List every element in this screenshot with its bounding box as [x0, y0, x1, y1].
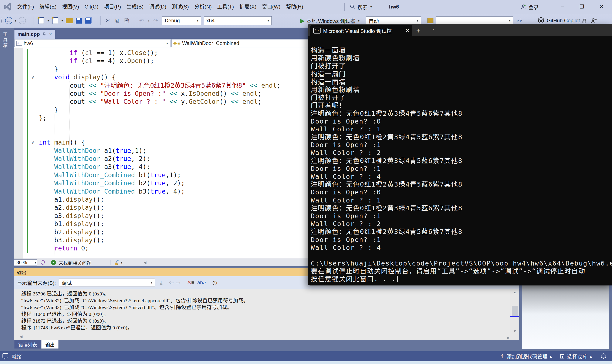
find-in-files-icon[interactable]	[427, 17, 434, 25]
terminal-body[interactable]: 构造一面墙用新颜色粉刷墙门被打开了构造一扇门构造一面墙用新颜色粉刷墙门被打开了门…	[308, 36, 612, 286]
menu-item[interactable]: 文件(F)	[14, 0, 37, 13]
output-vertical-scrollbar[interactable]: ▲ ▼	[510, 289, 519, 340]
tab-output[interactable]: 输出	[42, 340, 58, 349]
code-line: }	[39, 106, 280, 114]
chevron-down-icon[interactable]: ▼	[357, 19, 360, 22]
new-project-icon[interactable]: ✶	[37, 17, 45, 25]
tab-dropdown-icon[interactable]: ˅	[429, 26, 438, 35]
code-line: if (cl == 1) x.Close();	[39, 49, 280, 57]
close-terminal-tab-icon[interactable]: ✕	[406, 28, 409, 33]
project-dropdown[interactable]: +± hw6 ▼	[14, 39, 170, 47]
new-tab-icon[interactable]: +	[414, 26, 423, 35]
output-hscroll-left-icon[interactable]: ◀	[20, 334, 23, 339]
scroll-up-icon[interactable]: ▲	[510, 290, 519, 294]
tab-main-cpp[interactable]: main.cpp ✕	[14, 30, 55, 39]
menu-item[interactable]: 工具(T)	[214, 0, 237, 13]
output-source-dropdown[interactable]: 调试▼	[59, 278, 155, 287]
tab-error-list[interactable]: 错误列表	[14, 340, 41, 349]
menu-item[interactable]: 窗口(W)	[259, 0, 283, 13]
console-line: 用新颜色粉刷墙	[311, 86, 612, 94]
minimize-button[interactable]: ─	[556, 0, 569, 13]
search-control[interactable]: 搜索 ▼	[350, 0, 373, 13]
chevron-down-icon[interactable]: ▼	[147, 19, 150, 22]
copilot-label[interactable]: GitHub Copilot	[547, 18, 580, 24]
prev-message-icon[interactable]: ⇦	[169, 279, 174, 286]
breakpoint-gutter[interactable]	[14, 48, 23, 259]
add-to-source-control-button[interactable]: ↑ 添加到源代码管理 ▲	[500, 352, 552, 360]
scrollbar-thumb[interactable]	[512, 306, 518, 316]
console-line: 构造一面墙	[311, 46, 612, 54]
sign-in-button[interactable]: 登录	[520, 0, 539, 13]
health-status[interactable]: 未找到相关问题	[59, 259, 91, 266]
share-icon[interactable]	[582, 17, 588, 24]
chevron-down-icon[interactable]: ▼	[14, 19, 17, 22]
output-hscroll-right-icon[interactable]: ▶	[507, 335, 510, 340]
menu-item[interactable]: 分析(N)	[192, 0, 214, 13]
console-line: Wall Color ? : 2	[311, 220, 612, 228]
fold-collapse-icon[interactable]: ∨	[30, 75, 35, 80]
search-dropdown[interactable]: ▼	[436, 16, 513, 25]
visual-studio-window: 文件(F)编辑(E)视图(V)Git(G)项目(P)生成(B)调试(D)测试(S…	[0, 0, 612, 364]
start-without-debugging-icon[interactable]: ▷	[343, 17, 348, 25]
menu-item[interactable]: Git(G)	[82, 0, 101, 13]
pin-icon[interactable]	[42, 32, 46, 36]
menu-item[interactable]: 编辑(E)	[37, 0, 59, 13]
output-source-label: 显示输出来源(S):	[17, 279, 56, 286]
hot-reload-profile-dropdown[interactable]: 自动▼	[366, 16, 421, 25]
toolbar-options-icon[interactable]: ⠗⠗	[516, 18, 522, 23]
toolbar-drag-handle-icon[interactable]	[1, 17, 3, 24]
select-repository-button[interactable]: 选择仓库 ▲	[559, 352, 592, 360]
jump-to-end-icon[interactable]: ⤓	[160, 279, 163, 286]
chevron-down-icon: ▼	[166, 42, 168, 45]
menu-item[interactable]: 调试(D)	[146, 0, 169, 13]
redo-icon[interactable]: ↷	[152, 17, 159, 25]
undo-icon[interactable]: ↶	[138, 17, 145, 25]
chevron-down-icon[interactable]: ▼	[47, 19, 50, 22]
hscroll-left-icon[interactable]: ◀	[143, 260, 146, 265]
timestamp-icon[interactable]: ◷	[212, 279, 217, 286]
code-cleanup-broom-icon[interactable]: ✦	[114, 260, 120, 265]
close-button[interactable]: ✕	[595, 0, 608, 13]
terminal-tab[interactable]: C:\ Microsoft Visual Studio 调试控 ✕	[310, 25, 412, 36]
menu-item[interactable]: 扩展(X)	[236, 0, 259, 13]
zoom-dropdown[interactable]: 86 %▼	[14, 259, 37, 266]
new-file-icon[interactable]: ✶	[51, 17, 59, 25]
feedback-icon[interactable]	[40, 260, 45, 265]
copy-icon[interactable]: ⧉	[113, 17, 121, 25]
output-title: 输出	[17, 269, 26, 275]
open-folder-icon[interactable]	[66, 17, 73, 25]
scroll-down-icon[interactable]: ▼	[510, 329, 519, 333]
next-message-icon[interactable]: ⇨	[176, 279, 181, 286]
close-tab-icon[interactable]: ✕	[49, 32, 52, 37]
menu-item[interactable]: 生成(B)	[124, 0, 146, 13]
maximize-button[interactable]: ❐	[576, 0, 588, 13]
bell-icon[interactable]	[600, 353, 606, 360]
console-line: Door is Open? :1	[311, 165, 612, 172]
clear-all-icon[interactable]: ✕≡	[187, 280, 194, 286]
navigate-back-icon[interactable]: ←	[5, 17, 12, 24]
search-icon	[350, 4, 355, 10]
chevron-down-icon[interactable]: ▼	[61, 19, 64, 22]
menu-item[interactable]: 视图(V)	[59, 0, 82, 13]
chevron-down-icon[interactable]: ▼	[120, 261, 123, 264]
cut-icon[interactable]: ✂	[104, 17, 112, 25]
hot-reload-flame-icon[interactable]	[349, 17, 356, 24]
live-share-person-icon[interactable]	[591, 18, 597, 24]
menu-item[interactable]: 测试(S)	[169, 0, 192, 13]
platform-dropdown[interactable]: x64▼	[204, 16, 272, 25]
toolbox-tab[interactable]: 工具箱	[1, 32, 8, 48]
navigate-forward-icon[interactable]: →	[19, 17, 26, 24]
word-wrap-icon[interactable]: ab⤶	[197, 280, 206, 286]
console-line: 注明颜色：无色0红1橙2黄3绿4青5蓝6紫7其他8	[311, 228, 612, 235]
paste-icon[interactable]: ⎘	[123, 17, 130, 25]
debug-console-window[interactable]: C:\ Microsoft Visual Studio 调试控 ✕ + ˅ 构造…	[308, 24, 612, 286]
menu-item[interactable]: 项目(P)	[101, 0, 124, 13]
menu-item[interactable]: 帮助(H)	[283, 0, 306, 13]
feedback-bubble-icon[interactable]	[2, 353, 9, 360]
configuration-dropdown[interactable]: Debug▼	[162, 16, 201, 25]
fold-collapse-icon[interactable]: ∨	[30, 140, 35, 145]
save-all-icon[interactable]	[84, 17, 92, 25]
code-line: cout << "注明颜色: 无色0红1橙2黄3绿4青5蓝6紫7其他8" << …	[39, 81, 280, 90]
output-text-area[interactable]: 线程 25796 已退出，返回值为 0 (0x0)。“hw6.exe” (Win…	[14, 289, 510, 340]
save-icon[interactable]	[75, 17, 83, 25]
